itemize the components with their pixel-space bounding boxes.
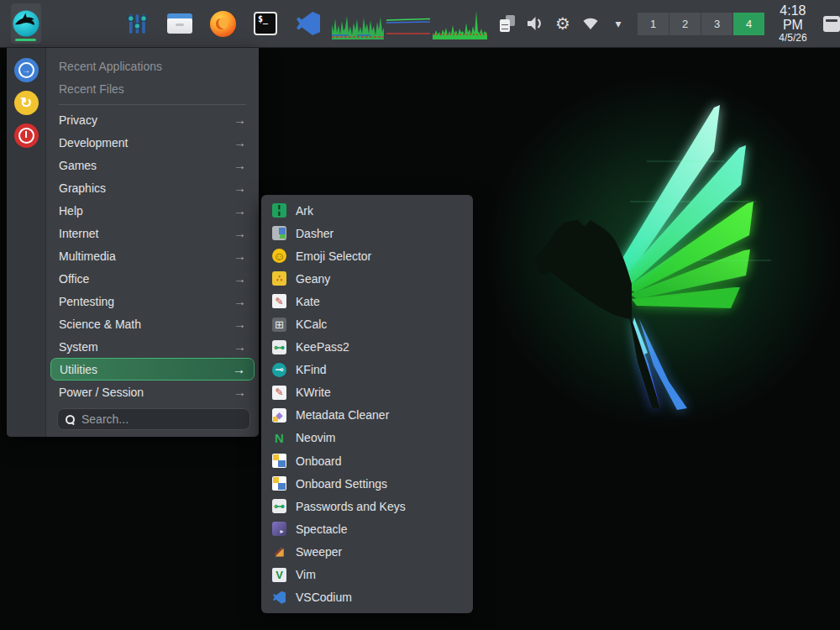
expand-tray-button[interactable]: ▾ <box>609 14 627 33</box>
app-item-vscodium[interactable]: VSCodium <box>266 586 468 609</box>
menu-content: Recent ApplicationsRecent Files PrivacyD… <box>46 48 259 437</box>
workspace-pager: 1234 <box>638 13 764 35</box>
restart-icon: ↻ <box>20 96 32 110</box>
kali-logo-icon <box>11 8 41 39</box>
workspace-button-3[interactable]: 3 <box>701 13 732 35</box>
clipboard-icon <box>499 15 516 32</box>
category-label: Utilities <box>60 363 97 376</box>
kali-bird-wallpaper <box>504 67 781 445</box>
category-item-system[interactable]: System <box>50 335 255 358</box>
search-icon <box>66 415 75 424</box>
app-item-kwrite[interactable]: KWrite <box>266 381 468 404</box>
speaker-icon <box>526 15 544 32</box>
logout-button[interactable]: → <box>14 58 39 82</box>
dasher-icon <box>272 226 286 240</box>
keepass2-icon <box>272 340 286 354</box>
file-manager-launcher[interactable] <box>166 10 193 37</box>
app-item-onboard-settings[interactable]: Onboard Settings <box>266 472 468 495</box>
emoji-selector-icon <box>272 249 286 263</box>
app-label: VSCodium <box>296 591 352 604</box>
clipboard-tray-item[interactable] <box>498 14 517 33</box>
kali-menu-button[interactable] <box>11 3 41 44</box>
network-tray-item[interactable] <box>581 14 600 33</box>
app-label: Passwords and Keys <box>296 500 406 513</box>
gear-icon: ⚙ <box>555 15 570 32</box>
kfind-icon <box>272 363 286 377</box>
category-item-privacy[interactable]: Privacy <box>50 108 255 131</box>
category-label: Games <box>59 159 97 172</box>
recent-list: Recent ApplicationsRecent Files <box>50 55 255 100</box>
category-label: Internet <box>59 227 98 240</box>
clock-time: 4:18 PM <box>773 4 813 33</box>
app-item-keepass2[interactable]: KeePass2 <box>266 336 468 359</box>
workspace-button-1[interactable]: 1 <box>638 13 669 35</box>
app-item-neovim[interactable]: Neovim <box>266 427 468 449</box>
network-history-graph <box>433 8 487 39</box>
vscodium-icon <box>272 591 286 605</box>
category-item-office[interactable]: Office <box>50 267 255 290</box>
app-label: Onboard Settings <box>296 477 387 491</box>
app-item-spectacle[interactable]: Spectacle <box>266 517 468 540</box>
app-item-kate[interactable]: Kate <box>266 290 468 312</box>
app-label: KCalc <box>296 318 327 331</box>
app-item-kfind[interactable]: KFind <box>266 359 468 381</box>
app-label: Geany <box>296 272 330 286</box>
category-label: Multimedia <box>59 249 116 263</box>
category-item-development[interactable]: Development <box>50 131 255 154</box>
app-item-passwords-and-keys[interactable]: Passwords and Keys <box>266 495 468 517</box>
shutdown-button[interactable] <box>14 123 39 148</box>
category-item-games[interactable]: Games <box>50 154 255 176</box>
volume-tray-item[interactable] <box>526 14 544 33</box>
category-item-graphics[interactable]: Graphics <box>50 176 255 199</box>
utilities-submenu: ArkDasherEmoji SelectorGeanyKateKCalcKee… <box>261 195 473 613</box>
app-item-onboard[interactable]: Onboard <box>266 449 468 472</box>
category-item-utilities[interactable]: Utilities <box>50 358 255 381</box>
category-item-multimedia[interactable]: Multimedia <box>50 244 255 267</box>
digital-clock[interactable]: 4:18 PM 4/5/26 <box>773 4 813 43</box>
app-label: Ark <box>296 204 313 218</box>
firefox-launcher[interactable] <box>209 10 236 37</box>
logout-icon: → <box>18 62 34 78</box>
ark-icon <box>272 203 286 218</box>
app-item-emoji-selector[interactable]: Emoji Selector <box>266 244 468 267</box>
cpu-history-graph <box>332 8 384 39</box>
category-label: Power / Session <box>59 386 144 399</box>
app-label: Onboard <box>296 454 341 468</box>
category-item-pentesting[interactable]: Pentesting <box>50 290 255 312</box>
app-item-ark[interactable]: Ark <box>266 199 468 222</box>
vscode-launcher[interactable] <box>295 10 322 37</box>
restart-button[interactable]: ↻ <box>14 91 39 115</box>
recent-item-recent-applications[interactable]: Recent Applications <box>50 55 255 77</box>
app-label: KFind <box>296 363 327 376</box>
app-item-vim[interactable]: Vim <box>266 564 468 586</box>
app-item-kcalc[interactable]: KCalc <box>266 312 468 335</box>
category-item-science-math[interactable]: Science & Math <box>50 312 255 335</box>
app-label: Kate <box>296 295 320 308</box>
workspace-button-2[interactable]: 2 <box>669 13 701 35</box>
session-strip: → ↻ <box>7 48 46 437</box>
terminal-launcher[interactable]: $_ <box>252 10 279 37</box>
app-item-geany[interactable]: Geany <box>266 267 468 290</box>
category-item-internet[interactable]: Internet <box>50 222 255 244</box>
workspace-button-4[interactable]: 4 <box>733 13 764 35</box>
neovim-icon <box>272 431 286 445</box>
category-list: PrivacyDevelopmentGamesGraphicsHelpInter… <box>50 108 255 403</box>
system-settings-launcher[interactable] <box>123 10 150 37</box>
category-item-power-session[interactable]: Power / Session <box>50 381 255 403</box>
recent-item-recent-files[interactable]: Recent Files <box>50 77 255 100</box>
panel-icon[interactable] <box>823 16 840 32</box>
category-label: Science & Math <box>59 318 141 331</box>
search-input[interactable] <box>81 412 242 426</box>
category-item-help[interactable]: Help <box>50 199 255 222</box>
load-lines-graph <box>386 8 430 39</box>
shutdown-icon <box>18 128 34 144</box>
app-item-dasher[interactable]: Dasher <box>266 222 468 244</box>
category-label: Office <box>59 272 89 286</box>
app-item-metadata-cleaner[interactable]: Metadata Cleaner <box>266 404 468 427</box>
app-label: KWrite <box>296 386 331 399</box>
search-box[interactable] <box>57 408 250 430</box>
settings-tray-item[interactable]: ⚙ <box>554 14 572 33</box>
app-label: KeePass2 <box>296 340 349 354</box>
system-monitor-widget[interactable] <box>332 8 487 39</box>
app-item-sweeper[interactable]: Sweeper <box>266 540 468 563</box>
